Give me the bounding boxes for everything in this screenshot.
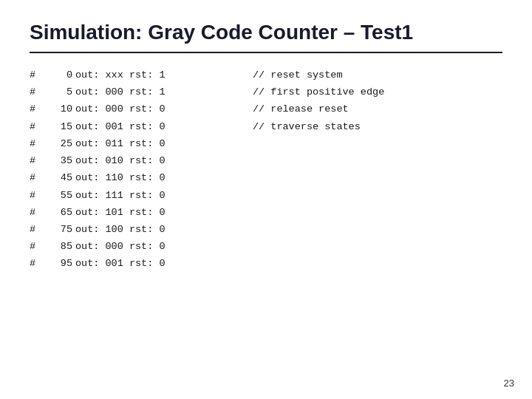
comment-col	[231, 255, 408, 272]
hash-col: #	[30, 255, 46, 272]
comment-col: // reset system	[231, 66, 408, 83]
table-row: #85 out: 000 rst: 0	[30, 238, 408, 255]
time-col: 45	[46, 169, 75, 186]
page-title: Simulation: Gray Code Counter – Test1	[0, 0, 532, 52]
table-row: #10 out: 000 rst: 0// release reset	[30, 100, 408, 117]
table-row: #0 out: xxx rst: 1// reset system	[30, 66, 408, 83]
time-col: 85	[46, 238, 75, 255]
hash-col: #	[30, 66, 46, 83]
comment-col: // traverse states	[231, 118, 408, 135]
out-col: out: 100 rst: 0	[75, 221, 231, 238]
out-col: out: 000 rst: 0	[75, 238, 231, 255]
time-col: 25	[46, 135, 75, 152]
comment-col	[231, 187, 408, 204]
table-row: #75 out: 100 rst: 0	[30, 221, 408, 238]
time-col: 55	[46, 187, 75, 204]
hash-col: #	[30, 83, 46, 100]
page-number: 23	[504, 378, 514, 389]
code-block: #0 out: xxx rst: 1// reset system#5 out:…	[30, 66, 408, 273]
out-col: out: 000 rst: 0	[75, 100, 231, 117]
out-col: out: 011 rst: 0	[75, 135, 231, 152]
comment-col	[231, 204, 408, 221]
table-row: #65 out: 101 rst: 0	[30, 204, 408, 221]
divider	[30, 52, 502, 53]
time-col: 0	[46, 66, 75, 83]
out-col: out: 111 rst: 0	[75, 187, 231, 204]
hash-col: #	[30, 238, 46, 255]
out-col: out: 000 rst: 1	[75, 83, 231, 100]
table-row: #5 out: 000 rst: 1// first positive edge	[30, 83, 408, 100]
comment-col	[231, 152, 408, 169]
out-col: out: 101 rst: 0	[75, 204, 231, 221]
table-row: #35 out: 010 rst: 0	[30, 152, 408, 169]
time-col: 95	[46, 255, 75, 272]
table-row: #95 out: 001 rst: 0	[30, 255, 408, 272]
hash-col: #	[30, 135, 46, 152]
hash-col: #	[30, 152, 46, 169]
out-col: out: 001 rst: 0	[75, 118, 231, 135]
table-row: #15 out: 001 rst: 0// traverse states	[30, 118, 408, 135]
hash-col: #	[30, 187, 46, 204]
hash-col: #	[30, 100, 46, 117]
table-row: #25 out: 011 rst: 0	[30, 135, 408, 152]
comment-col: // release reset	[231, 100, 408, 117]
out-col: out: 001 rst: 0	[75, 255, 231, 272]
table-row: #55 out: 111 rst: 0	[30, 187, 408, 204]
comment-col	[231, 135, 408, 152]
comment-col	[231, 169, 408, 186]
comment-col: // first positive edge	[231, 83, 408, 100]
comment-col	[231, 221, 408, 238]
time-col: 75	[46, 221, 75, 238]
hash-col: #	[30, 221, 46, 238]
table-row: #45 out: 110 rst: 0	[30, 169, 408, 186]
comment-col	[231, 238, 408, 255]
time-col: 15	[46, 118, 75, 135]
time-col: 10	[46, 100, 75, 117]
hash-col: #	[30, 169, 46, 186]
out-col: out: 010 rst: 0	[75, 152, 231, 169]
time-col: 5	[46, 83, 75, 100]
hash-col: #	[30, 118, 46, 135]
time-col: 35	[46, 152, 75, 169]
out-col: out: xxx rst: 1	[75, 66, 231, 83]
out-col: out: 110 rst: 0	[75, 169, 231, 186]
content-area: #0 out: xxx rst: 1// reset system#5 out:…	[0, 66, 532, 273]
hash-col: #	[30, 204, 46, 221]
time-col: 65	[46, 204, 75, 221]
